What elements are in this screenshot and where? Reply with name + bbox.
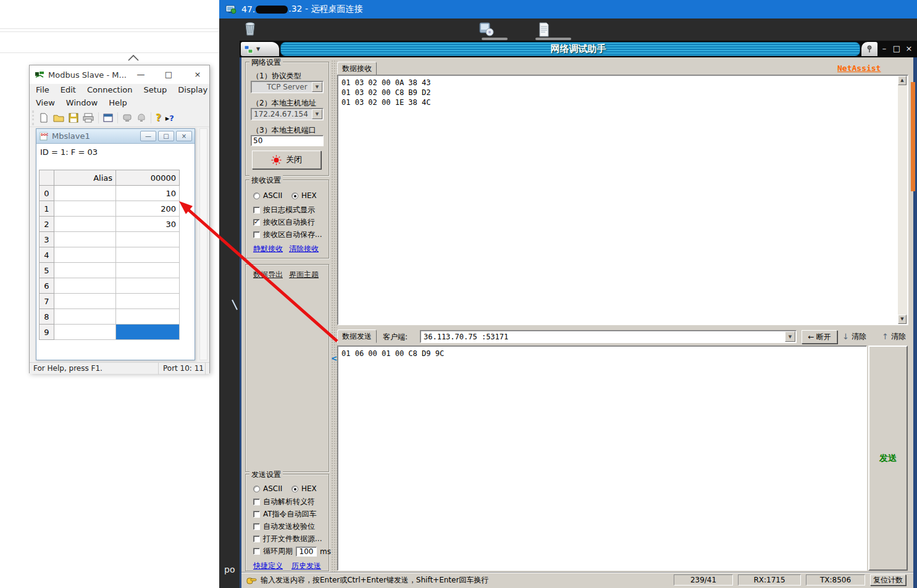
value-cell[interactable] bbox=[116, 263, 180, 278]
alias-cell[interactable] bbox=[54, 232, 116, 247]
maximize-button[interactable]: □ bbox=[158, 65, 179, 84]
panel-splitter[interactable] bbox=[331, 60, 337, 572]
host-select[interactable]: 172.24.67.154 ▼ bbox=[251, 108, 324, 120]
rdp-titlebar[interactable]: 47..32 - 远程桌面连接 bbox=[219, 0, 917, 19]
value-cell[interactable]: 10 bbox=[116, 186, 180, 201]
rdp-scrollbar-thumb[interactable] bbox=[911, 82, 915, 191]
context-help-icon[interactable]: ▸? bbox=[165, 114, 174, 123]
menu-window[interactable]: Window bbox=[66, 98, 98, 107]
menu-connection[interactable]: Connection bbox=[87, 85, 133, 94]
alias-cell[interactable] bbox=[54, 186, 116, 201]
alias-cell[interactable] bbox=[54, 294, 116, 309]
value-cell[interactable] bbox=[116, 232, 180, 247]
checkbox-auto-checksum[interactable]: 自动发送校验位 bbox=[253, 521, 315, 532]
value-header[interactable]: 00000 bbox=[116, 170, 180, 186]
doc-titlebar[interactable]: DOC Mbslave1 — □ × bbox=[36, 129, 195, 144]
mdi-scrollbar[interactable] bbox=[199, 128, 207, 360]
display-setup-icon[interactable] bbox=[103, 113, 113, 123]
alias-cell[interactable] bbox=[54, 263, 116, 278]
doc-close-button[interactable]: × bbox=[176, 131, 192, 141]
dropdown-arrow-icon[interactable]: ▼ bbox=[312, 109, 322, 119]
radio-hex[interactable]: HEX bbox=[291, 484, 317, 493]
clear-send-button[interactable]: ↑清除 bbox=[882, 331, 906, 342]
menu-view[interactable]: View bbox=[36, 98, 55, 107]
doc-restore-button[interactable]: □ bbox=[158, 131, 174, 141]
checkbox-auto-wrap[interactable]: 接收区自动换行 bbox=[253, 217, 315, 228]
alias-cell[interactable] bbox=[54, 278, 116, 294]
close-button[interactable]: × bbox=[187, 65, 208, 84]
local-port-input[interactable]: 50 bbox=[251, 135, 324, 146]
checkbox-escape-parse[interactable]: 自动解析转义符 bbox=[253, 497, 315, 507]
collapse-panel-icon[interactable]: < bbox=[331, 352, 337, 365]
tab-data-send[interactable]: 数据发送 bbox=[337, 329, 377, 343]
alias-cell[interactable] bbox=[54, 201, 116, 217]
maximize-button[interactable]: □ bbox=[891, 44, 902, 53]
minimize-button[interactable]: – bbox=[879, 44, 890, 53]
radio-ascii[interactable]: ASCII bbox=[253, 191, 282, 200]
close-connection-button[interactable]: 关闭 bbox=[252, 151, 321, 169]
tab-data-receive[interactable]: 数据接收 bbox=[337, 62, 377, 75]
new-file-icon[interactable] bbox=[39, 113, 49, 123]
value-cell[interactable]: 30 bbox=[116, 217, 180, 232]
dropdown-arrow-icon[interactable]: ▼ bbox=[785, 331, 795, 342]
menu-setup[interactable]: Setup bbox=[144, 85, 167, 94]
value-cell[interactable] bbox=[116, 278, 180, 294]
recycle-bin-icon[interactable] bbox=[243, 20, 258, 36]
receive-scrollbar[interactable]: ▲ ▼ bbox=[898, 76, 907, 324]
silent-receive-link[interactable]: 静默接收 bbox=[253, 244, 283, 254]
checkbox-at-return[interactable]: AT指令自动回车 bbox=[253, 509, 317, 520]
modbus-titlebar[interactable]: Modbus Slave - M... bbox=[30, 65, 209, 84]
alias-cell[interactable] bbox=[54, 325, 116, 340]
menu-display[interactable]: Display bbox=[178, 85, 207, 94]
send-button[interactable]: 发送 bbox=[868, 346, 908, 571]
menu-edit[interactable]: Edit bbox=[61, 85, 76, 94]
send-area[interactable]: 01 06 00 01 00 C8 D9 9C bbox=[337, 346, 867, 571]
netassist-titlebar[interactable]: ▼ 网络调试助手 – □ × bbox=[240, 41, 917, 57]
client-select[interactable]: 36.113.70.75 :53171 ▼ bbox=[420, 330, 797, 343]
installer-icon[interactable] bbox=[479, 22, 495, 37]
alias-cell[interactable] bbox=[54, 309, 116, 325]
save-icon[interactable] bbox=[69, 113, 78, 123]
value-cell[interactable] bbox=[116, 294, 180, 309]
receive-area[interactable]: 01 03 02 00 0A 38 43 01 03 02 00 C8 B9 D… bbox=[337, 75, 908, 325]
checkbox-file-source[interactable]: 打开文件数据源... bbox=[253, 534, 322, 544]
checkbox-cycle[interactable]: 循环周期 100 ms bbox=[253, 546, 331, 557]
doc-minimize-button[interactable]: — bbox=[140, 131, 156, 141]
shortcut-define-link[interactable]: 快捷定义 bbox=[253, 561, 283, 571]
selected-value-cell[interactable] bbox=[116, 325, 180, 340]
checkbox-auto-save[interactable]: 接收区自动保存... bbox=[253, 230, 322, 240]
chevron-up-icon[interactable] bbox=[125, 53, 141, 62]
radio-hex[interactable]: HEX bbox=[291, 191, 317, 200]
comm-alert-icon[interactable] bbox=[136, 113, 146, 123]
clear-receive-link[interactable]: 清除接收 bbox=[289, 244, 319, 254]
disconnect-button[interactable]: ←断开 bbox=[802, 330, 837, 344]
value-cell[interactable] bbox=[116, 247, 180, 263]
alias-cell[interactable] bbox=[54, 217, 116, 232]
menu-file[interactable]: File bbox=[36, 85, 49, 94]
value-cell[interactable]: 200 bbox=[116, 201, 180, 217]
checkbox-log-mode[interactable]: 按日志模式显示 bbox=[253, 205, 315, 215]
comm-traffic-icon[interactable] bbox=[122, 113, 132, 123]
document-icon[interactable] bbox=[537, 22, 551, 37]
alias-cell[interactable] bbox=[54, 247, 116, 263]
menu-help[interactable]: Help bbox=[109, 98, 127, 107]
pin-tab[interactable] bbox=[861, 42, 877, 56]
open-file-icon[interactable] bbox=[53, 113, 64, 123]
scroll-down-icon[interactable]: ▼ bbox=[898, 315, 907, 324]
dropdown-arrow-icon[interactable]: ▼ bbox=[312, 82, 322, 92]
value-cell[interactable] bbox=[116, 309, 180, 325]
data-export-link[interactable]: 数据导出 bbox=[253, 270, 283, 280]
corner-cell[interactable] bbox=[40, 170, 54, 186]
clear-receive-button[interactable]: ↓清除 bbox=[842, 331, 866, 342]
cycle-period-input[interactable]: 100 bbox=[296, 547, 317, 557]
reset-count-button[interactable]: 复位计数 bbox=[870, 574, 906, 586]
help-icon[interactable]: ? bbox=[156, 112, 161, 123]
protocol-select[interactable]: TCP Server ▼ bbox=[251, 81, 324, 93]
print-icon[interactable] bbox=[83, 113, 94, 123]
scroll-up-icon[interactable]: ▲ bbox=[898, 76, 907, 85]
alias-header[interactable]: Alias bbox=[54, 170, 116, 186]
close-button[interactable]: × bbox=[903, 44, 915, 53]
ui-theme-link[interactable]: 界面主题 bbox=[289, 270, 319, 280]
history-send-link[interactable]: 历史发送 bbox=[291, 561, 321, 571]
minimize-button[interactable]: — bbox=[130, 65, 151, 84]
